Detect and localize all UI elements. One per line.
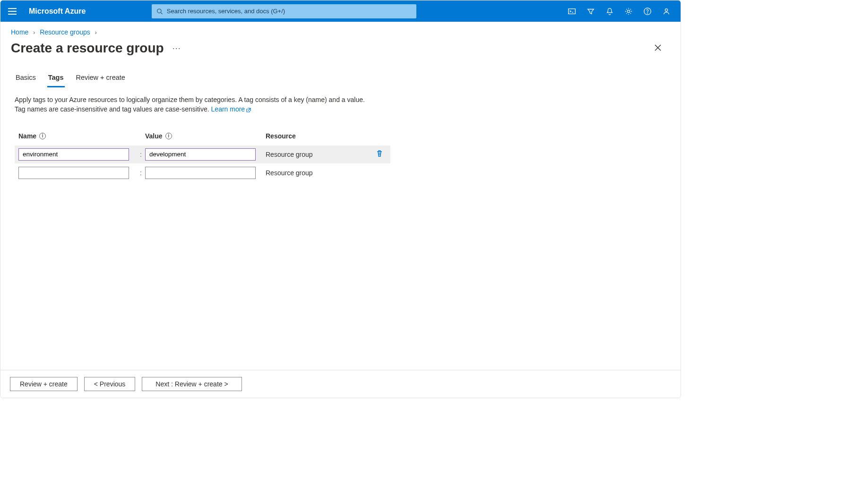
next-button[interactable]: Next : Review + create > (142, 377, 242, 391)
title-row: Create a resource group ··· (0, 39, 681, 70)
footer-bar: Review + create < Previous Next : Review… (0, 370, 681, 398)
breadcrumb: Home › Resource groups › (0, 22, 681, 39)
delete-tag-button[interactable] (376, 151, 383, 159)
chevron-right-icon: › (95, 29, 97, 36)
search-icon (156, 8, 163, 15)
tag-value-input[interactable] (145, 148, 256, 161)
svg-point-4 (627, 10, 630, 12)
desc-line1: Apply tags to your Azure resources to lo… (15, 96, 365, 103)
previous-button[interactable]: < Previous (84, 377, 136, 391)
notifications-icon[interactable] (600, 0, 619, 22)
table-row: : Resource group (15, 145, 390, 163)
feedback-icon[interactable] (657, 0, 676, 22)
column-name-label: Name (18, 132, 36, 140)
svg-point-7 (665, 9, 667, 11)
tag-value-input[interactable] (145, 167, 256, 179)
brand-label[interactable]: Microsoft Azure (29, 7, 86, 16)
search-box[interactable] (152, 4, 416, 18)
tag-resource-label: Resource group (261, 169, 372, 177)
chevron-right-icon: › (33, 29, 35, 36)
info-icon[interactable]: i (165, 133, 172, 139)
help-icon[interactable] (638, 0, 657, 22)
review-create-button[interactable]: Review + create (10, 377, 78, 391)
external-link-icon (246, 107, 251, 113)
filter-icon[interactable] (581, 0, 600, 22)
svg-point-6 (647, 12, 647, 13)
table-header-row: Name i Value i Resource (15, 128, 390, 145)
info-icon[interactable]: i (39, 133, 46, 139)
tab-review-create[interactable]: Review + create (75, 70, 126, 87)
tabs: Basics Tags Review + create (0, 70, 681, 87)
tag-name-input[interactable] (18, 148, 129, 161)
tab-basics[interactable]: Basics (15, 70, 37, 87)
tag-name-input[interactable] (18, 167, 129, 179)
svg-point-0 (157, 9, 161, 12)
colon-separator: : (137, 169, 145, 177)
breadcrumb-home[interactable]: Home (11, 28, 28, 36)
settings-icon[interactable] (619, 0, 638, 22)
breadcrumb-resource-groups[interactable]: Resource groups (40, 28, 90, 36)
tags-description: Apply tags to your Azure resources to lo… (0, 88, 388, 114)
svg-line-1 (161, 12, 163, 14)
tag-resource-label: Resource group (261, 151, 372, 158)
tags-table: Name i Value i Resource : Resource group (15, 128, 390, 182)
learn-more-link[interactable]: Learn more (211, 105, 252, 113)
desc-line2: Tag names are case-insensitive and tag v… (15, 105, 211, 113)
page-title: Create a resource group (11, 41, 164, 56)
menu-icon[interactable] (8, 6, 19, 17)
close-button[interactable] (654, 44, 662, 53)
table-row: : Resource group (15, 163, 390, 182)
svg-rect-2 (569, 9, 575, 14)
tab-tags[interactable]: Tags (47, 70, 65, 87)
top-bar: Microsoft Azure (0, 0, 681, 22)
more-icon[interactable]: ··· (173, 43, 181, 53)
cloud-shell-icon[interactable] (562, 0, 581, 22)
column-value-label: Value (145, 132, 163, 140)
search-input[interactable] (167, 8, 412, 15)
colon-separator: : (137, 151, 145, 158)
column-resource-label: Resource (266, 132, 296, 140)
